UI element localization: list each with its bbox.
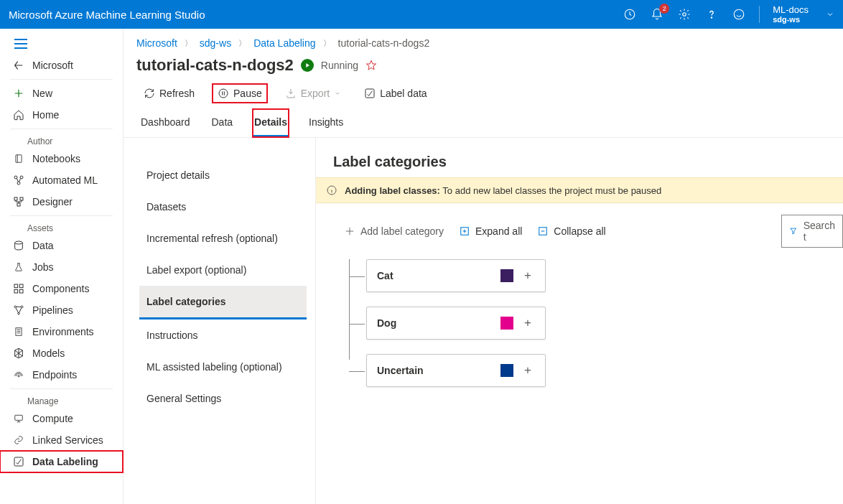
nav-divider xyxy=(10,388,113,389)
breadcrumb-workspace[interactable]: sdg-ws xyxy=(200,37,231,49)
svg-point-11 xyxy=(15,241,23,244)
environments-icon xyxy=(13,326,24,337)
label-data-button[interactable]: Label data xyxy=(360,85,431,102)
svg-rect-4 xyxy=(16,155,22,163)
breadcrumb-current: tutorial-cats-n-dogs2 xyxy=(338,37,430,49)
details-subnav: Project details Datasets Incremental ref… xyxy=(124,138,316,504)
section-author: Author xyxy=(0,132,123,148)
nav-components[interactable]: Components xyxy=(0,278,123,299)
svg-point-16 xyxy=(14,306,17,308)
tab-dashboard[interactable]: Dashboard xyxy=(139,109,192,137)
svg-rect-22 xyxy=(14,457,23,466)
svg-rect-8 xyxy=(14,197,17,200)
subnav-label-export[interactable]: Label export (optional) xyxy=(139,254,307,286)
svg-point-7 xyxy=(17,182,20,185)
category-label: Uncertain xyxy=(377,365,493,376)
home-icon xyxy=(13,109,24,121)
flask-icon xyxy=(13,261,24,273)
category-node: Uncertain + xyxy=(366,354,843,387)
subnav-ml-assisted[interactable]: ML assisted labeling (optional) xyxy=(139,351,307,383)
app-header: Microsoft Azure Machine Learning Studio … xyxy=(0,0,843,29)
tab-data[interactable]: Data xyxy=(210,109,235,137)
user-menu[interactable]: ML-docs sdg-ws xyxy=(773,5,809,24)
collapse-all-button[interactable]: Collapse all xyxy=(538,225,605,237)
app-title: Microsoft Azure Machine Learning Studio xyxy=(9,9,623,21)
tab-insights[interactable]: Insights xyxy=(307,109,345,137)
nav-home[interactable]: Home xyxy=(0,104,123,126)
nav-compute[interactable]: Compute xyxy=(0,408,123,429)
expand-all-button[interactable]: Expand all xyxy=(460,225,522,237)
chevron-down-icon[interactable] xyxy=(826,10,834,19)
category-box[interactable]: Cat + xyxy=(366,259,546,292)
toolbar: Refresh Pause Export Label data xyxy=(124,82,843,109)
nav-data-labeling[interactable]: Data Labeling xyxy=(0,451,123,472)
feedback-icon[interactable] xyxy=(732,7,746,22)
gear-icon[interactable] xyxy=(677,7,691,22)
hamburger-icon[interactable] xyxy=(0,33,123,55)
color-swatch xyxy=(500,269,513,282)
components-icon xyxy=(13,283,24,294)
svg-rect-12 xyxy=(14,284,18,288)
refresh-button[interactable]: Refresh xyxy=(139,85,199,102)
subnav-incremental-refresh[interactable]: Incremental refresh (optional) xyxy=(139,223,307,254)
nav-notebooks[interactable]: Notebooks xyxy=(0,148,123,169)
svg-point-1 xyxy=(683,13,686,17)
nav-divider xyxy=(10,79,113,80)
nav-pipelines[interactable]: Pipelines xyxy=(0,299,123,321)
favorite-star-icon[interactable] xyxy=(365,60,377,71)
nav-linked-services[interactable]: Linked Services xyxy=(0,429,123,451)
nav-designer[interactable]: Designer xyxy=(0,191,123,213)
status-text: Running xyxy=(321,60,358,71)
chevron-right-icon: 〉 xyxy=(238,38,246,49)
header-actions: 2 ML-docs sdg-ws xyxy=(623,5,834,24)
nav-divider xyxy=(10,129,113,129)
info-icon xyxy=(326,185,337,196)
nav-data[interactable]: Data xyxy=(0,235,123,256)
bell-icon[interactable]: 2 xyxy=(650,7,664,22)
subnav-project-details[interactable]: Project details xyxy=(139,159,307,191)
help-icon[interactable] xyxy=(704,7,719,22)
svg-point-23 xyxy=(219,89,228,98)
models-icon xyxy=(13,347,24,359)
nav-environments[interactable]: Environments xyxy=(0,321,123,342)
add-subcategory-button[interactable]: + xyxy=(521,363,535,378)
info-bar: Adding label classes: To add new label c… xyxy=(316,177,843,203)
nav-divider xyxy=(10,215,113,216)
tab-details[interactable]: Details xyxy=(253,109,289,137)
category-label: Dog xyxy=(377,317,493,329)
nav-new[interactable]: New xyxy=(0,83,123,104)
notebook-icon xyxy=(13,153,24,164)
title-row: tutorial-cats-n-dogs2 Running xyxy=(124,53,843,82)
designer-icon xyxy=(13,196,24,207)
status-running-icon xyxy=(301,59,314,72)
subnav-datasets[interactable]: Datasets xyxy=(139,191,307,223)
add-subcategory-button[interactable]: + xyxy=(521,269,535,283)
subnav-label-categories[interactable]: Label categories xyxy=(139,286,307,319)
panel-title: Label categories xyxy=(316,138,843,177)
pause-button[interactable]: Pause xyxy=(213,85,266,102)
breadcrumb-microsoft[interactable]: Microsoft xyxy=(136,37,177,49)
back-button[interactable]: Microsoft xyxy=(0,55,123,76)
add-label-category-button[interactable]: Add label category xyxy=(345,225,444,237)
category-box[interactable]: Uncertain + xyxy=(366,354,546,387)
user-workspace: sdg-ws xyxy=(773,15,800,24)
add-subcategory-button[interactable]: + xyxy=(521,316,535,330)
category-toolbar: Add label category Expand all Collapse a… xyxy=(316,203,843,259)
subnav-general-settings[interactable]: General Settings xyxy=(139,383,307,414)
notification-badge: 2 xyxy=(659,4,669,14)
chevron-right-icon: 〉 xyxy=(185,38,192,49)
search-input[interactable]: Search t xyxy=(781,215,843,248)
nav-automl[interactable]: Automated ML xyxy=(0,169,123,191)
section-assets: Assets xyxy=(0,219,123,235)
breadcrumb-data-labeling[interactable]: Data Labeling xyxy=(253,37,315,49)
svg-rect-24 xyxy=(365,89,374,98)
nav-endpoints[interactable]: Endpoints xyxy=(0,364,123,386)
svg-point-2 xyxy=(712,17,712,18)
nav-jobs[interactable]: Jobs xyxy=(0,256,123,278)
nav-models[interactable]: Models xyxy=(0,342,123,364)
category-box[interactable]: Dog + xyxy=(366,307,546,340)
svg-point-18 xyxy=(18,312,20,314)
clock-icon[interactable] xyxy=(623,7,637,22)
svg-rect-10 xyxy=(17,203,20,206)
subnav-instructions[interactable]: Instructions xyxy=(139,319,307,351)
